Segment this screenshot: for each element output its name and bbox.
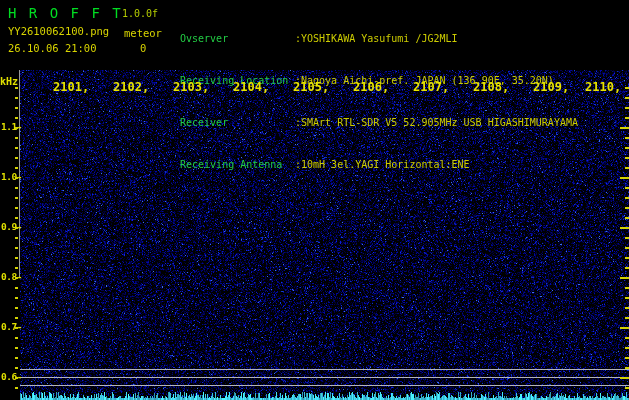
datetime-label: 26.10.06 21:00	[8, 42, 97, 54]
x-tick-label: 2103,	[173, 80, 209, 94]
info-row-receiver: Receiver:SMArt RTL-SDR V5 52.905MHz USB …	[180, 116, 578, 130]
app-version: 1.0.0f	[122, 8, 158, 19]
x-tick-label: 2101,	[53, 80, 89, 94]
info-label: Receiver	[180, 116, 295, 130]
y-tick-label: 1.1-	[1, 121, 27, 132]
y-tick-label: 0.8-	[1, 271, 27, 282]
info-value: :SMArt RTL-SDR V5 52.905MHz USB HIGASHIM…	[295, 117, 578, 128]
app-title: H R O F F T	[8, 5, 123, 21]
x-tick-label: 2105,	[293, 80, 329, 94]
info-value: :YOSHIKAWA Yasufumi /JG2MLI	[295, 33, 458, 44]
y-tick-label: 0.6-	[1, 371, 27, 382]
info-row-observer: Ovserver:YOSHIKAWA Yasufumi /JG2MLI	[180, 32, 578, 46]
y-tick-label: 1.0-	[1, 171, 27, 182]
mode-label: meteor	[124, 27, 162, 39]
y-tick-label: 0.7-	[1, 321, 27, 332]
info-row-antenna: Receiving Antenna:10mH 3el.YAGI Horizont…	[180, 158, 578, 172]
y-tick-label: 0.9-	[1, 221, 27, 232]
output-filename: YY2610062100.png	[8, 25, 109, 37]
x-tick-label: 2108,	[473, 80, 509, 94]
x-tick-label: 2107,	[413, 80, 449, 94]
meteor-echo-count: 0	[140, 42, 146, 54]
x-tick-label: 2106,	[353, 80, 389, 94]
x-tick-label: 2104,	[233, 80, 269, 94]
x-tick-label: 2102,	[113, 80, 149, 94]
info-label: Receiving Antenna	[180, 158, 295, 172]
info-label: Ovserver	[180, 32, 295, 46]
y-axis-unit-label: kHz	[0, 76, 18, 87]
x-tick-label: 2109,	[533, 80, 569, 94]
station-info: Ovserver:YOSHIKAWA Yasufumi /JG2MLI Rece…	[180, 4, 578, 200]
x-tick-label: 2110,	[585, 80, 621, 94]
info-value: :10mH 3el.YAGI Horizontal:ENE	[295, 159, 470, 170]
